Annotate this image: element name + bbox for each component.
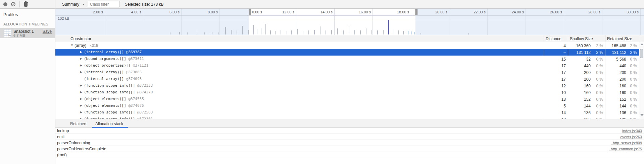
shallow-size-value: 131 112 — [577, 50, 591, 55]
selection-handle-right[interactable] — [415, 9, 417, 15]
table-row[interactable]: ▶(internal array)[] @373885172000 %2000 … — [55, 69, 639, 76]
table-row[interactable]: ▶(internal array)[] @369387–131 1122 %13… — [55, 49, 639, 56]
object-id: @369387 — [126, 50, 142, 54]
allocation-bar — [197, 32, 197, 34]
shallow-size-percent: 0 % — [596, 64, 603, 68]
allocation-bar — [343, 30, 344, 34]
table-row[interactable]: (internal array)[] @374093172000 %2000 % — [55, 76, 639, 82]
memory-scale-line — [55, 21, 644, 21]
allocation-bar — [297, 29, 298, 34]
tab-retainers[interactable]: Retainers — [70, 121, 87, 126]
table-row[interactable]: ▶(bound arguments)[] @37361115320 %5 568… — [55, 56, 639, 62]
scroll-up-icon[interactable] — [640, 43, 644, 45]
distance-value: 12 — [561, 84, 566, 88]
expanded-arrow-icon[interactable]: ▼ — [70, 44, 73, 47]
time-label: 20.00 s — [429, 10, 447, 14]
column-header-constructor[interactable]: Constructor — [70, 36, 91, 41]
stack-frame-link[interactable]: index.js:343 — [622, 129, 642, 133]
shallow-size-percent: 0 % — [596, 57, 603, 62]
class-filter-input[interactable] — [88, 1, 119, 7]
object-id: @374093 — [126, 77, 142, 81]
allocation-bar — [248, 30, 249, 34]
object-id: @374279 — [137, 90, 153, 94]
allocation-bar — [408, 31, 408, 34]
allocation-stack-list: lookupindex.js:343emitevents.js:263parse… — [55, 128, 644, 164]
shallow-size-percent: 0 % — [596, 110, 603, 115]
tab-allocation-stack[interactable]: Allocation stack — [95, 121, 123, 126]
collapsed-arrow-icon[interactable]: ▶ — [80, 57, 82, 60]
trash-icon[interactable] — [23, 2, 28, 7]
collapsed-arrow-icon[interactable]: ▶ — [80, 84, 82, 87]
gridline — [449, 9, 449, 35]
table-row[interactable]: ▶(function scope info)[] @374279101600 %… — [55, 89, 639, 96]
allocation-bar — [320, 26, 320, 34]
collapsed-arrow-icon[interactable]: ▶ — [80, 104, 82, 107]
allocation-bar — [377, 30, 378, 34]
stack-frame-link[interactable]: _http_server.js:809 — [611, 141, 642, 145]
retained-size-value: 152 — [620, 97, 626, 102]
time-label: 8.00 s — [199, 10, 218, 14]
stack-frame-link[interactable]: events.js:263 — [620, 135, 642, 139]
heap-snapshot-icon: % — [4, 29, 11, 37]
chevron-down-icon — [82, 4, 85, 5]
gridline — [105, 9, 105, 35]
vertical-scrollbar[interactable] — [639, 42, 644, 119]
allocation-bar — [354, 30, 355, 34]
stack-frame-row[interactable]: emitevents.js:263 — [55, 134, 644, 140]
shallow-size-value: 160 — [584, 90, 591, 95]
collapsed-arrow-icon[interactable]: ▶ — [80, 64, 82, 67]
allocation-bar — [411, 31, 411, 34]
table-row[interactable]: ▼(array)×3154160 3602 %165 4882 % — [55, 42, 639, 49]
scrollbar-thumb[interactable] — [640, 49, 643, 58]
shallow-size-value: 152 — [584, 97, 591, 102]
scroll-down-icon[interactable] — [640, 114, 644, 116]
sidebar-item-snapshot-1[interactable]: % Snapshot 1 Save 6.7 MB — [0, 28, 55, 38]
allocation-timelines-section-label: ALLOCATION TIMELINES — [3, 22, 48, 26]
selection-handle-left[interactable] — [249, 9, 251, 15]
profiles-sidebar: Profiles ALLOCATION TIMELINES % Snapshot… — [0, 9, 55, 164]
retained-size-value: 5 568 — [616, 57, 626, 62]
perspective-select[interactable]: Summary — [61, 0, 87, 9]
column-divider — [544, 35, 544, 42]
column-header-retained-size[interactable]: Retained Size — [607, 36, 632, 41]
clear-profiles-icon[interactable] — [11, 2, 15, 6]
table-row[interactable]: ▶(object elements)[] @37407551440 %1440 … — [55, 102, 639, 109]
column-divider — [568, 35, 568, 42]
collapsed-arrow-icon[interactable]: ▶ — [80, 110, 82, 114]
allocation-bar — [366, 28, 366, 34]
collapsed-arrow-icon[interactable]: ▶ — [80, 97, 82, 100]
table-row[interactable]: ▶(function scope info)[] @372583141360 %… — [55, 109, 639, 116]
collapsed-arrow-icon[interactable]: ▶ — [80, 50, 82, 54]
snapshot-title[interactable]: Snapshot 1 — [13, 29, 34, 34]
toolbar: Summary Selected size: 178 kB — [0, 0, 644, 9]
retained-size-percent: 2 % — [630, 44, 637, 48]
allocation-bar — [237, 30, 237, 34]
table-row[interactable]: ▶(object properties)[] @371121174400 %44… — [55, 62, 639, 69]
column-header-distance[interactable]: Distance — [546, 36, 561, 41]
collapsed-arrow-icon[interactable]: ▶ — [80, 70, 82, 74]
allocation-bar — [257, 29, 257, 34]
time-label: 12.00 s — [276, 10, 294, 14]
object-id: @371121 — [133, 63, 148, 68]
allocation-bar — [218, 32, 219, 34]
table-row[interactable]: ▶(function scope info)[] @372333121600 %… — [55, 82, 639, 89]
column-divider — [605, 35, 605, 42]
table-row[interactable]: ▶(function scope info)[] @372101131360 %… — [55, 116, 639, 119]
distance-value: 4 — [563, 44, 566, 48]
allocation-bar — [383, 30, 384, 34]
allocation-bar — [337, 28, 338, 34]
save-link[interactable]: Save — [43, 29, 52, 34]
stack-frame-link[interactable]: _http_common.js:75 — [609, 147, 642, 151]
stack-frame-row[interactable]: lookupindex.js:343 — [55, 128, 644, 134]
table-row[interactable]: ▶(object elements)[] @374555131520 %1520… — [55, 96, 639, 102]
column-header-shallow-size[interactable]: Shallow Size — [570, 36, 593, 41]
allocation-timeline-overview[interactable]: 2.00 s4.00 s6.00 s8.00 s0.00 s12.00 s14.… — [55, 9, 644, 35]
stack-frame-function: emit — [57, 135, 65, 139]
stack-frame-row[interactable]: parserOnHeadersComplete_http_common.js:7… — [55, 146, 644, 152]
collapsed-arrow-icon[interactable]: ▶ — [80, 90, 82, 94]
stack-frame-row[interactable]: parserOnIncoming_http_server.js:809 — [55, 140, 644, 146]
allocation-bar — [420, 33, 421, 34]
record-icon[interactable] — [3, 2, 7, 6]
object-id: @373885 — [126, 70, 142, 74]
stack-frame-row[interactable]: (root) — [55, 152, 644, 158]
